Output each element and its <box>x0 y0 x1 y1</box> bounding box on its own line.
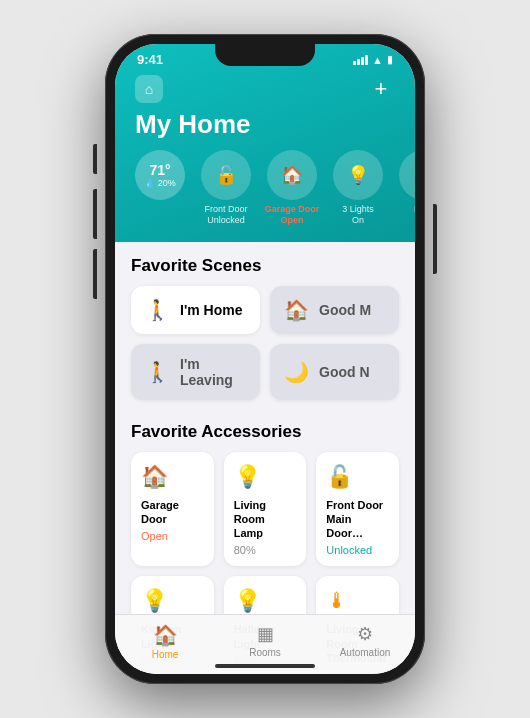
front-door-main-status: Unlocked <box>326 544 389 556</box>
front-door-circle: 🔓 <box>201 150 251 200</box>
tab-rooms-icon: ▦ <box>257 623 274 645</box>
weather-item[interactable]: 71° 💧 20% <box>131 150 189 226</box>
scenes-title: Favorite Scenes <box>131 256 399 276</box>
garage-door-acc-name: GarageDoor <box>141 498 204 527</box>
accessory-front-door-main[interactable]: 🔓 Front DoorMain Door… Unlocked <box>316 452 399 567</box>
living-lamp-icon: 💡 <box>234 464 297 490</box>
garage-door-acc-icon: 🏠 <box>141 464 204 490</box>
im-leaving-icon: 🚶 <box>145 360 170 384</box>
scene-im-home[interactable]: 🚶 I'm Home <box>131 286 260 334</box>
good-morning-icon: 🏠 <box>284 298 309 322</box>
thermostat-icon: 🌡 <box>326 588 389 614</box>
kitchen-circle: 🍴 <box>399 150 415 200</box>
weather-circle: 71° 💧 20% <box>135 150 185 200</box>
home-nav-icon: ⌂ <box>145 81 153 97</box>
scene-good-morning[interactable]: 🏠 Good M <box>270 286 399 334</box>
status-icons: ▲ ▮ <box>353 53 393 66</box>
header-background: 9:41 ▲ ▮ <box>115 44 415 242</box>
scene-good-night[interactable]: 🌙 Good N <box>270 344 399 400</box>
living-lamp-status: 80% <box>234 544 297 556</box>
scene-im-leaving[interactable]: 🚶 I'm Leaving <box>131 344 260 400</box>
garage-door-acc-status: Open <box>141 530 204 542</box>
add-button[interactable]: + <box>367 75 395 103</box>
garage-door-label: Garage DoorOpen <box>265 204 320 226</box>
main-content: Favorite Scenes 🚶 I'm Home 🏠 Good M 🚶 <box>115 242 415 674</box>
home-indicator <box>215 664 315 668</box>
battery-icon: ▮ <box>387 53 393 66</box>
lights-label: 3 LightsOn <box>342 204 374 226</box>
front-door-main-name: Front DoorMain Door… <box>326 498 389 541</box>
garage-door-circle: 🏠 <box>267 150 317 200</box>
phone-screen: 9:41 ▲ ▮ <box>115 44 415 674</box>
im-leaving-label: I'm Leaving <box>180 356 246 388</box>
signal-icon <box>353 55 368 65</box>
plus-icon: + <box>375 76 388 102</box>
status-bar: 9:41 ▲ ▮ <box>115 44 415 71</box>
page-title: My Home <box>115 103 415 150</box>
accessory-living-lamp[interactable]: 💡 Living RoomLamp 80% <box>224 452 307 567</box>
kitchen-label: Kitch <box>414 204 415 215</box>
humidity-value: 💧 20% <box>144 178 176 188</box>
home-nav-button[interactable]: ⌂ <box>135 75 163 103</box>
good-morning-label: Good M <box>319 302 371 318</box>
hallway-light-icon: 💡 <box>234 588 297 614</box>
phone-frame: 9:41 ▲ ▮ <box>105 34 425 684</box>
kitchen-item[interactable]: 🍴 Kitch <box>395 150 415 226</box>
wifi-icon: ▲ <box>372 54 383 66</box>
good-night-icon: 🌙 <box>284 360 309 384</box>
temperature-value: 71° <box>149 162 170 178</box>
scenes-grid: 🚶 I'm Home 🏠 Good M 🚶 I'm Leaving <box>131 286 399 400</box>
accessory-garage-door[interactable]: 🏠 GarageDoor Open <box>131 452 214 567</box>
front-door-label: Front DoorUnlocked <box>204 204 247 226</box>
tab-rooms[interactable]: ▦ Rooms <box>215 623 315 658</box>
lights-circle: 💡 <box>333 150 383 200</box>
tab-home-label: Home <box>152 649 179 660</box>
tab-automation-label: Automation <box>340 647 391 658</box>
good-night-label: Good N <box>319 364 370 380</box>
header-nav: ⌂ + <box>115 71 415 103</box>
im-home-icon: 🚶 <box>145 298 170 322</box>
notch <box>215 44 315 66</box>
status-row: 71° 💧 20% 🔓 Front DoorUnlocked <box>115 150 415 226</box>
kitchen-light-icon: 💡 <box>141 588 204 614</box>
garage-door-item[interactable]: 🏠 Garage DoorOpen <box>263 150 321 226</box>
tab-home-icon: 🏠 <box>153 623 178 647</box>
tab-automation[interactable]: ⚙ Automation <box>315 623 415 658</box>
status-time: 9:41 <box>137 52 163 67</box>
tab-home[interactable]: 🏠 Home <box>115 623 215 660</box>
living-lamp-name: Living RoomLamp <box>234 498 297 541</box>
im-home-label: I'm Home <box>180 302 242 318</box>
tab-rooms-label: Rooms <box>249 647 281 658</box>
front-door-main-icon: 🔓 <box>326 464 389 490</box>
lights-item[interactable]: 💡 3 LightsOn <box>329 150 387 226</box>
tab-automation-icon: ⚙ <box>357 623 373 645</box>
accessories-title: Favorite Accessories <box>131 422 399 442</box>
front-door-item[interactable]: 🔓 Front DoorUnlocked <box>197 150 255 226</box>
scenes-section: Favorite Scenes 🚶 I'm Home 🏠 Good M 🚶 <box>115 242 415 408</box>
